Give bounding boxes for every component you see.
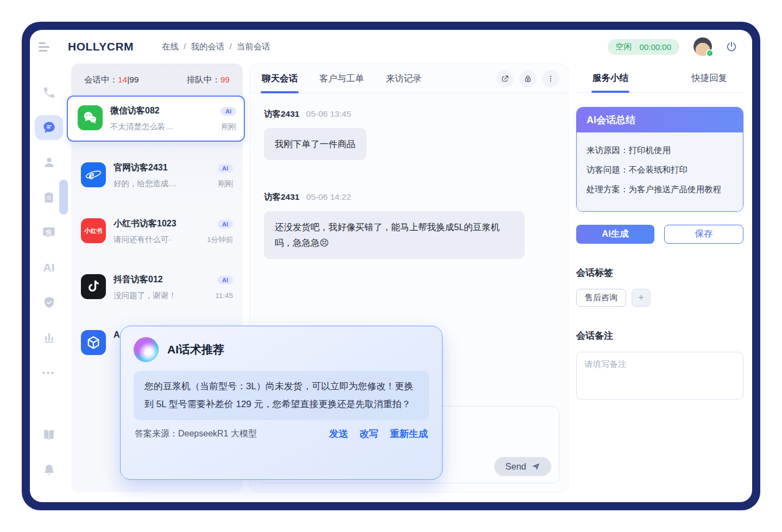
menu-icon[interactable]	[39, 42, 51, 52]
conversation-preview: 好的，给您造成…	[113, 179, 215, 189]
notes-section-title: 会话备注	[576, 330, 743, 342]
list-item-douyin[interactable]: 抖音访客012 AI 没问题了，谢谢！ 11:45	[75, 267, 238, 308]
service-summary-panel: 服务小结 快捷回复 AI会话总结 来访原因：打印机使用 访客问题：不会装纸和打印…	[575, 64, 745, 492]
message-bubble: 我刚下单了一件商品	[264, 128, 367, 160]
tab-service-summary[interactable]: 服务小结	[591, 64, 629, 92]
notes-input[interactable]	[576, 352, 743, 400]
conversation-title: A	[113, 330, 120, 340]
ai-badge: AI	[220, 107, 236, 116]
share-export-icon[interactable]	[496, 70, 514, 87]
breadcrumb-item[interactable]: 我的会话	[191, 41, 224, 53]
conversation-preview: 请问还有什么可·	[113, 235, 204, 245]
online-check-icon: ✓	[706, 49, 714, 57]
analytics-chart-icon[interactable]	[35, 325, 63, 351]
popup-rewrite-action[interactable]: 改写	[360, 427, 379, 440]
wechat-icon	[78, 105, 103, 130]
conversation-time: 11:45	[215, 292, 233, 300]
ie-browser-icon: e	[81, 162, 106, 187]
paper-plane-icon	[531, 462, 540, 471]
ai-generate-button[interactable]: AI生成	[576, 225, 654, 244]
yue-bubble-icon[interactable]: 悦	[35, 220, 63, 245]
conversation-title: 小红书访客1023	[113, 218, 176, 230]
shield-check-icon[interactable]	[35, 290, 63, 315]
message-sender: 访客2431	[264, 192, 299, 201]
ai-suggestion-text: 您的豆浆机（当前型号：3L）尚未发货，可以立即为您修改！更换到 5L 型号需要补…	[134, 371, 429, 420]
cube-app-icon	[81, 330, 106, 355]
phone-icon[interactable]	[35, 80, 63, 105]
xiaohongshu-icon: 小红书	[81, 218, 106, 243]
popup-send-action[interactable]: 发送	[329, 427, 348, 440]
popup-regenerate-action[interactable]: 重新生成	[390, 427, 428, 440]
kebab-menu-icon[interactable]	[542, 70, 559, 87]
list-item-xiaohongshu[interactable]: 小红书 小红书访客1023 AI 请问还有什么可· 1分钟前	[75, 211, 238, 252]
message: 访客2431 05-06 13:45 我刚下单了一件商品	[264, 109, 554, 160]
conversation-title: 官网访客2431	[113, 162, 168, 174]
breadcrumb-separator: /	[229, 42, 231, 52]
message-time: 05-06 13:45	[306, 109, 351, 118]
power-logout-icon[interactable]	[725, 40, 738, 53]
svg-text:悦: 悦	[46, 229, 52, 235]
ai-orb-icon	[134, 337, 159, 362]
tag-aftersales[interactable]: 售后咨询	[576, 289, 626, 307]
breadcrumb-separator: /	[184, 42, 186, 52]
ai-badge: AI	[217, 220, 233, 229]
tab-visit-history[interactable]: 来访记录	[385, 65, 423, 93]
side-tabs-bar: 服务小结 快捷回复	[576, 64, 743, 93]
tab-chat-session[interactable]: 聊天会话	[261, 65, 299, 93]
message-time: 05-06 14:22	[306, 192, 351, 201]
conversation-title: 微信访客082	[110, 105, 160, 117]
conversation-preview: 不太清楚怎么装…	[110, 122, 218, 132]
ai-answer-source: 答案来源：DeepseekR1 大模型	[135, 428, 257, 440]
notification-bell-icon[interactable]	[35, 457, 63, 483]
summary-line-problem: 访客问题：不会装纸和打印	[586, 160, 733, 180]
douyin-icon	[81, 274, 106, 299]
breadcrumb-item[interactable]: 在线	[162, 41, 179, 53]
chat-tabs-bar: 聊天会话 客户与工单 来访记录	[250, 64, 568, 93]
add-tag-button[interactable]: +	[632, 289, 651, 307]
ai-badge: AI	[217, 276, 233, 284]
conversation-time: 刚刚	[222, 122, 236, 132]
brand-logo: HOLLYCRM	[68, 40, 134, 53]
active-conversation-indicator	[59, 180, 68, 214]
ai-popup-title: AI话术推荐	[167, 342, 224, 357]
status-timer: 00:00:00	[640, 42, 671, 52]
ai-badge: AI	[217, 164, 233, 173]
send-button[interactable]: Send	[494, 457, 551, 476]
status-label: 空闲	[616, 42, 632, 52]
conversation-time: 刚刚	[218, 179, 233, 189]
app-window: HOLLYCRM 在线 / 我的会话 / 当前会话 空闲 00:00:00 ✓	[30, 30, 752, 502]
conversation-preview: 没问题了，谢谢！	[113, 290, 212, 301]
save-button[interactable]: 保存	[664, 225, 743, 244]
avatar[interactable]: ✓	[693, 37, 712, 56]
message-bubble: 还没发货吧，我好像买错了，能马上帮我换成5L的豆浆机吗，急急急😣	[264, 211, 525, 259]
conversation-stats: 会话中：14|99 排队中：99	[75, 69, 238, 96]
queue-count: 排队中：99	[187, 74, 230, 86]
tags-section-title: 会话标签	[576, 267, 743, 279]
tab-quick-replies[interactable]: 快捷回复	[690, 64, 728, 92]
summary-line-solution: 处理方案：为客户推送产品使用教程	[586, 180, 733, 199]
breadcrumb: 在线 / 我的会话 / 当前会话	[162, 41, 270, 53]
ai-summary-card: AI会话总结 来访原因：打印机使用 访客问题：不会装纸和打印 处理方案：为客户推…	[576, 107, 743, 212]
nav-rail: 悦 AI •••	[33, 64, 65, 492]
lock-icon[interactable]	[519, 70, 537, 87]
more-ellipsis-icon[interactable]: •••	[35, 360, 63, 385]
ai-summary-title: AI会话总结	[577, 107, 743, 132]
summary-line-reason: 来访原因：打印机使用	[586, 141, 733, 160]
ai-tools-icon[interactable]: AI	[35, 255, 63, 281]
contacts-icon[interactable]	[35, 150, 63, 175]
message: 访客2431 05-06 14:22 还没发货吧，我好像买错了，能马上帮我换成5…	[264, 192, 554, 259]
agent-status-badge[interactable]: 空闲 00:00:00	[608, 39, 679, 55]
svg-text:e: e	[89, 168, 94, 182]
knowledge-book-icon[interactable]	[35, 422, 63, 448]
tab-customer-tickets[interactable]: 客户与工单	[318, 65, 365, 93]
list-item-wechat[interactable]: 微信访客082 AI 不太清楚怎么装… 刚刚	[67, 96, 245, 142]
list-item-web[interactable]: e 官网访客2431 AI 好的，给您造成… 刚刚	[75, 155, 238, 197]
breadcrumb-item[interactable]: 当前会话	[237, 41, 270, 53]
active-count: 会话中：14|99	[84, 74, 139, 86]
top-header: HOLLYCRM 在线 / 我的会话 / 当前会话 空闲 00:00:00 ✓	[30, 30, 752, 64]
chat-icon[interactable]	[35, 115, 63, 141]
window-frame: HOLLYCRM 在线 / 我的会话 / 当前会话 空闲 00:00:00 ✓	[22, 22, 760, 510]
message-sender: 访客2431	[264, 109, 299, 118]
conversation-title: 抖音访客012	[113, 274, 163, 286]
conversation-time: 1分钟前	[207, 235, 233, 245]
